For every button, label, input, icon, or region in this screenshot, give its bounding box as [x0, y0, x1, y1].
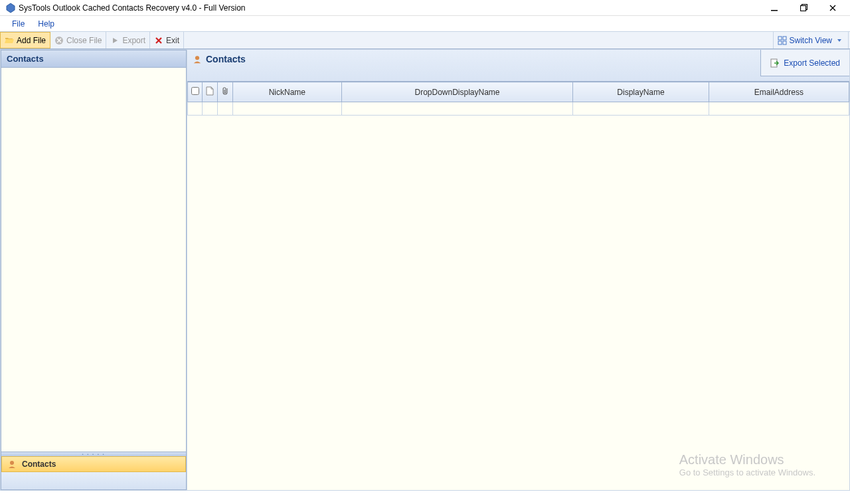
statusbar — [0, 491, 850, 504]
minimize-button[interactable] — [760, 0, 789, 16]
close-file-icon — [54, 36, 64, 45]
column-attachment-icon[interactable] — [218, 82, 233, 102]
dropdown-arrow-icon — [835, 36, 844, 45]
sidebar-footer — [1, 472, 186, 489]
close-file-label: Close File — [66, 36, 102, 45]
folder-open-icon — [5, 36, 14, 45]
column-dropdown-display-name[interactable]: DropDownDisplayName — [341, 82, 573, 102]
menubar: File Help — [0, 16, 850, 32]
window-controls — [760, 0, 847, 16]
svg-rect-5 — [783, 37, 786, 40]
play-icon — [110, 36, 120, 45]
column-display-name[interactable]: DisplayName — [573, 82, 709, 102]
svg-rect-2 — [800, 6, 806, 11]
menu-help[interactable]: Help — [31, 18, 61, 30]
sidebar-tab-label: Contacts — [22, 460, 56, 469]
export-selected-label: Export Selected — [784, 58, 840, 68]
app-icon — [5, 3, 16, 13]
column-nickname[interactable]: NickName — [233, 82, 342, 102]
sidebar-header: Contacts — [1, 50, 186, 68]
paperclip-icon — [220, 86, 230, 96]
contacts-icon — [7, 460, 17, 469]
contacts-table-wrap: NickName DropDownDisplayName DisplayName… — [187, 82, 849, 490]
close-file-button[interactable]: Close File — [50, 32, 106, 48]
svg-rect-4 — [778, 37, 782, 40]
table-header-row: NickName DropDownDisplayName DisplayName… — [188, 82, 849, 102]
sidebar-tree[interactable] — [1, 68, 186, 452]
table-row[interactable] — [188, 102, 849, 116]
column-email-address[interactable]: EmailAddress — [709, 82, 849, 102]
select-all-checkbox[interactable] — [191, 87, 199, 95]
close-button[interactable] — [818, 0, 847, 16]
add-file-label: Add File — [17, 36, 46, 45]
exit-label: Exit — [166, 36, 179, 45]
svg-rect-0 — [771, 10, 778, 11]
sidebar: Contacts • • • • • Contacts — [1, 50, 187, 490]
menu-file[interactable]: File — [5, 18, 31, 30]
svg-point-8 — [10, 461, 14, 465]
sidebar-tab-contacts[interactable]: Contacts — [1, 456, 186, 472]
content: Contacts Export Selected — [187, 50, 849, 490]
contacts-table: NickName DropDownDisplayName DisplayName… — [187, 82, 849, 116]
content-title: Contacts — [206, 54, 246, 64]
svg-point-9 — [195, 56, 199, 60]
column-doc-icon[interactable] — [203, 82, 218, 102]
toolbar: Add File Close File Export Exit Switch — [0, 32, 850, 49]
svg-rect-6 — [778, 41, 782, 44]
titlebar: SysTools Outlook Cached Contacts Recover… — [0, 0, 850, 16]
exit-button[interactable]: Exit — [150, 32, 184, 48]
contacts-header-icon — [193, 54, 202, 64]
column-checkbox[interactable] — [188, 82, 203, 102]
main-area: Contacts • • • • • Contacts Contacts — [0, 49, 850, 491]
svg-rect-7 — [783, 41, 786, 44]
document-icon — [205, 86, 214, 96]
window-title: SysTools Outlook Cached Contacts Recover… — [19, 3, 760, 13]
x-icon — [154, 36, 163, 45]
export-label: Export — [122, 36, 145, 45]
maximize-button[interactable] — [789, 0, 818, 16]
add-file-button[interactable]: Add File — [0, 32, 50, 48]
export-button[interactable]: Export — [106, 32, 150, 48]
switch-view-button[interactable]: Switch View — [773, 32, 849, 48]
export-selected-button[interactable]: Export Selected — [760, 50, 849, 76]
switch-view-label: Switch View — [790, 36, 832, 45]
content-header: Contacts Export Selected — [187, 50, 849, 82]
grid-icon — [778, 36, 787, 45]
export-selected-icon — [770, 58, 780, 68]
